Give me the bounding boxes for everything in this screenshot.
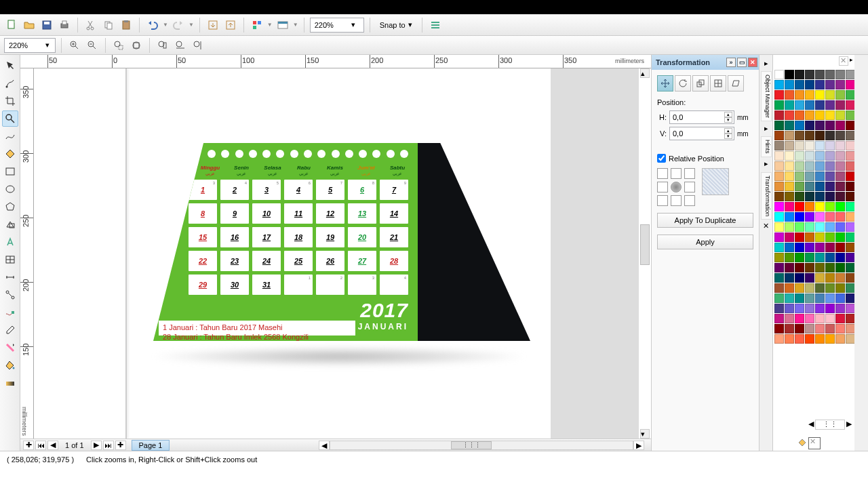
color-swatch[interactable]	[815, 110, 825, 120]
zoom-tool[interactable]	[2, 110, 18, 127]
color-swatch[interactable]	[774, 222, 784, 232]
zoom-width-button[interactable]	[173, 38, 188, 53]
color-swatch[interactable]	[815, 121, 825, 130]
color-swatch[interactable]	[785, 212, 794, 222]
color-swatch[interactable]	[805, 212, 814, 222]
color-swatch[interactable]	[846, 202, 854, 211]
color-swatch[interactable]	[805, 182, 814, 191]
color-swatch[interactable]	[774, 232, 784, 242]
color-swatch[interactable]	[835, 182, 845, 191]
color-swatch[interactable]	[846, 232, 854, 242]
color-swatch[interactable]	[825, 171, 835, 181]
polygon-tool[interactable]	[2, 199, 18, 215]
skew-tab[interactable]	[728, 75, 744, 92]
color-swatch[interactable]	[815, 232, 825, 242]
color-swatch[interactable]	[785, 243, 794, 252]
color-swatch[interactable]	[795, 182, 804, 191]
color-swatch[interactable]	[815, 182, 825, 191]
color-swatch[interactable]	[835, 293, 845, 303]
color-swatch[interactable]	[805, 151, 814, 161]
color-swatch[interactable]	[805, 171, 814, 181]
color-swatch[interactable]	[774, 202, 784, 211]
anchor-mr[interactable]	[684, 182, 695, 192]
color-swatch[interactable]	[774, 243, 784, 252]
color-swatch[interactable]	[825, 100, 835, 110]
color-swatch[interactable]	[846, 70, 854, 79]
copy-button[interactable]	[101, 18, 116, 33]
color-swatch[interactable]	[785, 171, 794, 181]
color-swatch[interactable]	[785, 334, 794, 344]
color-swatch[interactable]	[846, 171, 854, 181]
color-swatch[interactable]	[785, 141, 794, 150]
color-swatch[interactable]	[795, 110, 804, 120]
color-swatch[interactable]	[795, 293, 804, 303]
zoom-selection-button[interactable]	[111, 38, 126, 53]
apply-button[interactable]: Apply	[657, 235, 753, 249]
color-swatch[interactable]	[805, 121, 814, 130]
hints-tab[interactable]: Hints	[761, 136, 772, 157]
color-swatch[interactable]	[774, 110, 784, 120]
palette-menu-icon[interactable]: ▸	[850, 56, 853, 67]
color-swatch[interactable]	[825, 90, 835, 100]
last-page-button[interactable]: ⏭	[103, 441, 114, 450]
horizontal-ruler[interactable]: millimeters 50050100150200250300350	[20, 55, 651, 68]
color-swatch[interactable]	[835, 192, 845, 201]
color-swatch[interactable]	[815, 273, 825, 283]
color-swatch[interactable]	[805, 202, 814, 211]
color-swatch[interactable]	[785, 263, 794, 272]
first-page-button[interactable]: ⏮	[35, 441, 46, 450]
color-swatch[interactable]	[825, 80, 835, 89]
redo-button[interactable]	[171, 18, 186, 33]
color-swatch[interactable]	[825, 324, 835, 333]
color-swatch[interactable]	[795, 314, 804, 323]
color-swatch[interactable]	[774, 304, 784, 313]
color-swatch[interactable]	[785, 70, 794, 79]
vertical-scrollbar[interactable]: ▴ ▾	[640, 68, 651, 439]
color-swatch[interactable]	[795, 243, 804, 252]
color-swatch[interactable]	[774, 192, 784, 201]
color-swatch[interactable]	[815, 202, 825, 211]
color-swatch[interactable]	[805, 80, 814, 89]
basic-shapes-tool[interactable]	[2, 216, 18, 232]
color-swatch[interactable]	[846, 141, 854, 150]
color-swatch[interactable]	[835, 243, 845, 252]
color-swatch[interactable]	[825, 131, 835, 140]
color-swatch[interactable]	[805, 192, 814, 201]
color-swatch[interactable]	[815, 161, 825, 171]
import-button[interactable]	[205, 18, 220, 33]
color-swatch[interactable]	[774, 121, 784, 130]
color-swatch[interactable]	[805, 263, 814, 272]
connector-tool[interactable]	[2, 287, 18, 303]
page-tab[interactable]: Page 1	[132, 440, 170, 451]
color-swatch[interactable]	[805, 293, 814, 303]
chevron-down-icon[interactable]: ▾	[408, 20, 412, 29]
options-button[interactable]	[428, 18, 443, 33]
scale-tab[interactable]	[692, 75, 709, 92]
color-swatch[interactable]	[795, 253, 804, 262]
anchor-bc[interactable]	[671, 195, 682, 206]
calendar-artwork[interactable]: MingguعربيSeninعربيSelasaعربيRabuعربيKam…	[153, 143, 492, 341]
transformation-tab[interactable]: Transformation	[761, 172, 772, 220]
color-swatch[interactable]	[805, 222, 814, 232]
no-fill-swatch[interactable]	[839, 56, 848, 66]
color-swatch[interactable]	[805, 304, 814, 313]
drawing-page[interactable]: MingguعربيSeninعربيSelasaعربيRabuعربيKam…	[34, 68, 651, 439]
color-swatch[interactable]	[825, 232, 835, 242]
interactive-fill-tool[interactable]	[2, 375, 18, 391]
color-swatch[interactable]	[815, 70, 825, 79]
open-button[interactable]	[22, 18, 37, 33]
color-swatch[interactable]	[835, 171, 845, 181]
color-swatch[interactable]	[835, 131, 845, 140]
color-swatch[interactable]	[815, 222, 825, 232]
color-swatch[interactable]	[774, 263, 784, 272]
color-swatch[interactable]	[846, 110, 854, 120]
anchor-br[interactable]	[684, 195, 695, 206]
color-swatch[interactable]	[846, 263, 854, 272]
color-swatch[interactable]	[815, 293, 825, 303]
color-swatch[interactable]	[785, 253, 794, 262]
color-swatch[interactable]	[785, 131, 794, 140]
rectangle-tool[interactable]	[2, 163, 18, 180]
color-swatch[interactable]	[795, 80, 804, 89]
color-swatch[interactable]	[825, 263, 835, 272]
color-swatch[interactable]	[825, 314, 835, 323]
